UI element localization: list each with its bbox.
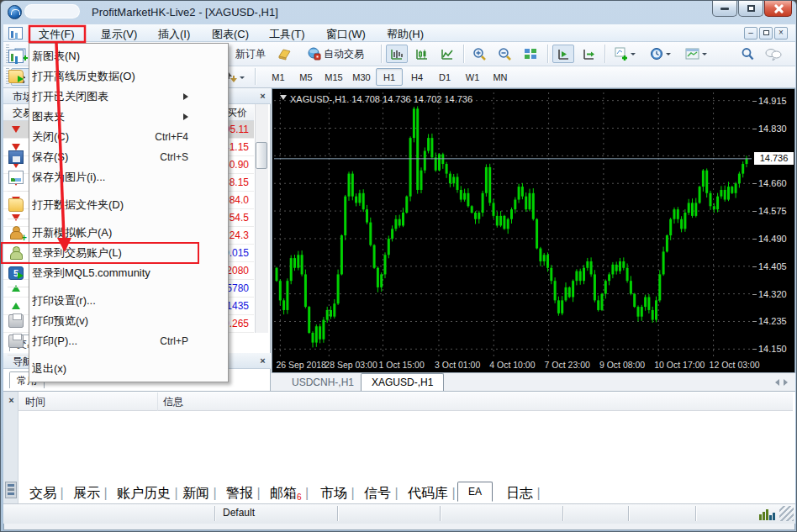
restore-button[interactable]	[738, 1, 763, 17]
file-menu-item-label: 开新模拟帐户(A)	[32, 225, 112, 240]
bar-chart-mode-button[interactable]	[386, 45, 408, 63]
timeframe-button-m15[interactable]: M15	[320, 68, 347, 86]
toolbox-tab-账户历史[interactable]: 账户历史 |	[112, 485, 183, 503]
toolbox-tab-警报[interactable]: 警报 |	[221, 485, 266, 503]
menu-item-window[interactable]: 窗口(W)	[319, 25, 373, 41]
zoom-out-button[interactable]	[494, 45, 515, 63]
autotrading-button[interactable]: 自动交易	[297, 45, 374, 63]
file-menu-item[interactable]: 打开离线历史数据(O)	[2, 66, 198, 87]
app-logo-icon	[8, 5, 22, 19]
timeframe-button-h1[interactable]: H1	[376, 68, 403, 86]
timeframe-button-mn[interactable]: MN	[487, 68, 514, 86]
file-menu-item[interactable]: 图表夹	[2, 107, 198, 127]
auto-scroll-button[interactable]	[552, 45, 574, 63]
toolbox-tab-展示[interactable]: 展示 |	[68, 485, 113, 503]
column-bid[interactable]: 买价	[227, 106, 247, 120]
chart-tabs-scroll-right-icon[interactable]	[784, 379, 791, 386]
minimize-button[interactable]	[712, 1, 737, 17]
indicators-button[interactable]	[610, 45, 640, 63]
timeframe-button-w1[interactable]: W1	[459, 68, 486, 86]
arrow-down-icon	[12, 214, 20, 221]
mdi-minimize-button[interactable]: –	[744, 27, 757, 40]
tile-windows-button[interactable]	[519, 45, 542, 63]
toolbox-tab-交易[interactable]: 交易 |	[24, 485, 69, 503]
menu-item-charts[interactable]: 图表(C)	[204, 25, 256, 41]
templates-button[interactable]	[680, 45, 712, 63]
toolbox-tab-代码库[interactable]: 代码库 |	[403, 485, 461, 503]
price-tick	[752, 266, 757, 267]
status-profile[interactable]: Default	[223, 507, 255, 519]
file-menu-item[interactable]: 5登录到MQL5.community	[2, 263, 198, 283]
timeframe-button-d1[interactable]: D1	[431, 68, 458, 86]
price-tick-label: 14.150	[758, 344, 787, 354]
file-menu-item-label: 保存为图片(i)...	[32, 170, 105, 185]
submenu-arrow-icon	[183, 113, 192, 120]
chart-shift-button[interactable]	[578, 45, 599, 63]
toolbox-tab-ea[interactable]: EA	[457, 482, 493, 502]
chart-plot-area[interactable]	[274, 92, 752, 357]
toolbox-tab-日志[interactable]: 日志 |	[501, 485, 546, 503]
timeframe-button-m5[interactable]: M5	[293, 68, 319, 86]
resize-grip[interactable]	[779, 506, 794, 521]
menu-item-view[interactable]: 显示(V)	[93, 25, 145, 41]
new-order-button[interactable]: 新订单	[230, 45, 272, 63]
auto-scroll-icon	[557, 48, 570, 61]
close-button[interactable]	[764, 1, 792, 17]
file-menu-item[interactable]: 登录到交易账户(L)	[2, 243, 198, 263]
chat-button[interactable]	[761, 45, 786, 63]
chart-tabs-scroll-left-icon[interactable]	[772, 379, 779, 386]
line-chart-mode-button[interactable]	[436, 45, 458, 63]
chevron-down-icon[interactable]	[280, 95, 287, 103]
zoom-in-button[interactable]	[468, 45, 490, 63]
history-center-button[interactable]	[273, 45, 295, 63]
menu-item-file[interactable]: 文件(F)	[31, 25, 82, 41]
file-menu-item[interactable]: 打印预览(v)	[2, 311, 198, 331]
file-menu-item[interactable]: 打印(P)...Ctrl+P	[2, 331, 198, 351]
toolbox-column-message[interactable]: 信息	[163, 395, 183, 409]
navigator-close-icon[interactable]: ×	[258, 356, 267, 366]
templates-dropdown-arrow	[702, 53, 707, 58]
candlestick-mode-button[interactable]	[411, 45, 433, 63]
market-watch-scrollbar[interactable]	[255, 104, 268, 333]
file-menu-item[interactable]: 新图表(N)	[2, 46, 198, 66]
file-menu-item[interactable]: 打开数据文件夹(D)	[2, 195, 198, 215]
menu-item-tools[interactable]: 工具(T)	[261, 25, 313, 41]
timeframe-button-m30[interactable]: M30	[348, 68, 375, 86]
green-arrow-badge-icon	[18, 272, 27, 279]
file-menu-item[interactable]: 打开已关闭图表	[2, 87, 198, 107]
toolbox-tab-信号[interactable]: 信号 |	[359, 485, 404, 503]
timeframe-button-m1[interactable]: M1	[265, 68, 292, 86]
toolbox-tab-新闻[interactable]: 新闻 |	[177, 485, 222, 503]
mdi-restore-button[interactable]	[759, 27, 773, 40]
toolbox-tab-邮箱[interactable]: 邮箱6 |	[265, 485, 314, 503]
file-menu-item[interactable]: 退出(x)	[2, 359, 198, 379]
search-button[interactable]	[737, 45, 757, 63]
market-watch-close-icon[interactable]: ×	[258, 92, 267, 101]
file-menu-item[interactable]: 保存(S)Ctrl+S	[2, 147, 198, 167]
toolbox-grip-icon[interactable]	[5, 482, 17, 498]
timeframe-button-h4[interactable]: H4	[404, 68, 430, 86]
file-menu-item[interactable]: 保存为图片(i)...	[2, 167, 198, 187]
menu-item-help[interactable]: 帮助(H)	[379, 25, 431, 41]
mdi-close-button[interactable]: ×	[774, 27, 788, 40]
periods-button[interactable]	[645, 45, 675, 63]
chart-tab-usdcnh[interactable]: USDCNH-,H1	[282, 374, 364, 391]
periods-dropdown-arrow	[666, 53, 671, 58]
column-divider[interactable]	[157, 392, 158, 411]
tab-separator: |	[209, 486, 217, 500]
file-menu-item[interactable]: 打印设置(r)...	[2, 291, 198, 311]
price-tick	[752, 239, 757, 240]
current-price-box: 14.736	[754, 152, 794, 165]
chart-tab-xagusd[interactable]: XAGUSD-,H1	[361, 373, 444, 391]
toolbar-separator	[463, 45, 464, 63]
chart-symbol-label: XAGUSD-,H1. 14.708 14.736 14.702 14.736	[280, 94, 472, 104]
toolbox-column-time[interactable]: 时间	[25, 395, 45, 409]
market-watch-scroll-thumb[interactable]	[256, 142, 267, 169]
menu-item-insert[interactable]: 插入(I)	[150, 25, 198, 41]
file-menu-item[interactable]: 关闭(C)Ctrl+F4	[2, 127, 198, 147]
print-preview-icon	[8, 314, 24, 328]
toolbox-table-header[interactable]: 时间 信息	[18, 392, 793, 411]
toolbox-tab-市场[interactable]: 市场 |	[315, 485, 360, 503]
file-menu-item[interactable]: +开新模拟帐户(A)	[2, 223, 198, 243]
toolbox-close-icon[interactable]: ×	[7, 396, 16, 405]
